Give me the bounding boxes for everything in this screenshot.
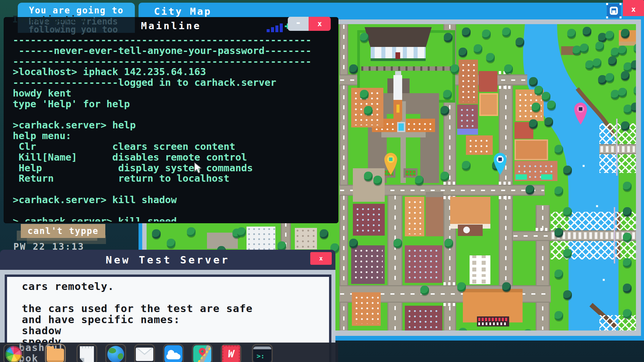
map-tree xyxy=(593,58,601,68)
mail-icon xyxy=(136,348,153,361)
map-building xyxy=(353,204,385,236)
map-bridge xyxy=(599,154,636,173)
map-tree xyxy=(554,311,563,320)
map-building xyxy=(295,228,317,249)
document-line: and have specific names: xyxy=(22,314,329,325)
map-bridge xyxy=(599,144,636,154)
map-crosswalk xyxy=(499,86,512,89)
map-building xyxy=(395,52,400,59)
map-building xyxy=(405,245,442,283)
map-tree xyxy=(482,29,491,39)
map-tree xyxy=(152,229,161,239)
map-tree xyxy=(529,77,538,86)
map-tree xyxy=(631,60,636,70)
map-tree xyxy=(450,64,459,74)
map-building xyxy=(393,75,402,100)
map-tree xyxy=(462,161,471,170)
map-tree xyxy=(563,290,572,300)
map-tree xyxy=(554,186,563,196)
map-tree xyxy=(393,239,402,248)
globe-icon[interactable] xyxy=(105,344,126,362)
map-crosswalk xyxy=(443,303,457,306)
map-crosswalk xyxy=(499,182,512,185)
cyan-pin[interactable] xyxy=(493,152,507,176)
new-test-server-close-button[interactable]: x xyxy=(310,252,332,265)
map-tree xyxy=(529,119,538,129)
map-tree xyxy=(502,27,511,37)
maximize-button[interactable] xyxy=(607,4,621,18)
notes-icon[interactable] xyxy=(76,344,97,362)
terminal-line: Return return to localhost xyxy=(13,173,335,184)
map-tree xyxy=(554,269,563,279)
map-building xyxy=(457,129,478,135)
map-tree xyxy=(349,64,358,74)
map-tree xyxy=(621,121,630,131)
map-tree xyxy=(605,31,614,40)
terminal-line xyxy=(13,184,335,195)
terminal-line: >localhost> iphack 142.235.64.163 xyxy=(13,67,335,77)
map-tree xyxy=(320,229,328,239)
map-tree xyxy=(415,176,424,185)
map-tree xyxy=(516,38,524,47)
folder-icon xyxy=(47,349,64,362)
map-building xyxy=(426,192,443,236)
new-test-server-title: New Test Server xyxy=(0,250,335,270)
map-tree xyxy=(623,258,632,267)
mail-icon[interactable] xyxy=(134,344,155,362)
map-building xyxy=(515,139,548,160)
terminal-output[interactable]: ----------------------------------------… xyxy=(13,35,335,222)
folder-icon[interactable] xyxy=(45,344,66,362)
map-tree xyxy=(563,166,572,175)
map-tree xyxy=(167,239,175,248)
map-tree xyxy=(502,282,511,292)
desktop: City Map x xyxy=(0,0,644,362)
map-bridge xyxy=(616,119,618,176)
map-tree xyxy=(623,233,632,242)
map-bridge xyxy=(614,207,615,263)
map-road xyxy=(536,205,550,330)
background-window-title: Investigation xyxy=(12,14,88,24)
yellow-pin[interactable] xyxy=(383,152,398,176)
notes-icon xyxy=(80,346,94,362)
terminal-line xyxy=(13,110,335,120)
map-building xyxy=(404,168,418,178)
pink-pin[interactable] xyxy=(573,102,588,125)
map-tree xyxy=(444,239,453,248)
terminal-line: ----------------------------------------… xyxy=(13,56,335,67)
browser-icon[interactable] xyxy=(3,344,24,362)
document-line: the cars used for the test are safe xyxy=(22,303,329,314)
map-building xyxy=(247,227,275,251)
map-tree xyxy=(486,53,495,62)
browser-icon xyxy=(5,346,22,362)
map-tree xyxy=(547,101,556,110)
minimize-button[interactable]: - xyxy=(288,17,309,31)
map-tree xyxy=(364,106,373,115)
terminal-line: ----------------------------------------… xyxy=(13,35,335,46)
mouse-cursor xyxy=(194,162,202,174)
terminal-close-button[interactable]: x xyxy=(309,17,331,31)
map-tree xyxy=(623,309,632,318)
map-road xyxy=(513,231,551,241)
terminal-icon[interactable]: >: xyxy=(252,344,273,362)
map-tree xyxy=(621,29,630,38)
w-stamp-icon[interactable]: W xyxy=(221,344,241,362)
terminal-line: > carhack.server> kill speed xyxy=(13,216,335,222)
map-tree xyxy=(462,27,471,37)
maps-icon[interactable] xyxy=(192,344,213,362)
city-map-close-button[interactable]: x xyxy=(623,0,644,16)
new-test-server-titlebar[interactable]: New Test Server x xyxy=(0,250,335,270)
terminal-window[interactable]: have some friendsfollowing you too Mainl… xyxy=(4,17,338,223)
map-building xyxy=(479,71,497,92)
map-tree xyxy=(563,249,572,258)
map-tree xyxy=(554,145,563,154)
map-tree xyxy=(360,90,369,99)
map-road xyxy=(387,185,402,330)
map-tree xyxy=(474,44,482,54)
map-tree xyxy=(608,56,617,66)
map-tree xyxy=(459,48,467,57)
map-tree xyxy=(443,90,452,99)
map-tree xyxy=(567,29,576,38)
map-tree xyxy=(544,117,553,127)
city-map-title: City Map xyxy=(154,6,212,17)
cloud-icon[interactable] xyxy=(163,344,184,362)
